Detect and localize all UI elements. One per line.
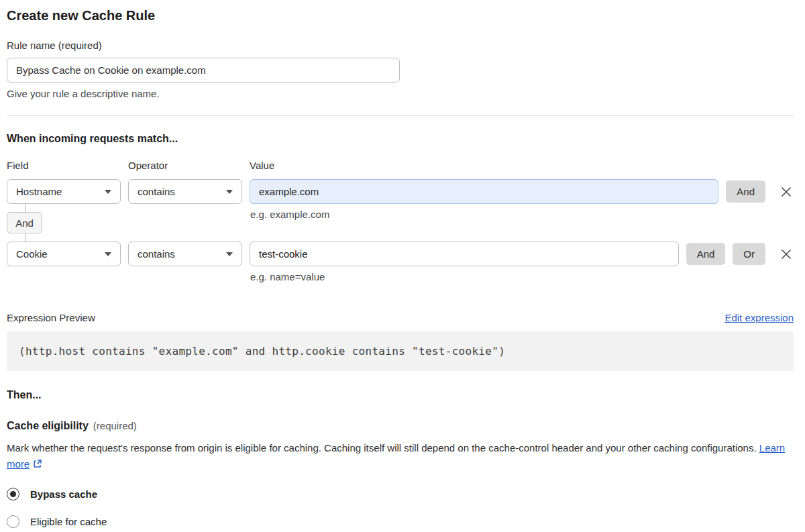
value-input-2[interactable] [250,242,679,266]
add-or-condition-button-2[interactable]: Or [733,243,765,265]
section-divider [7,115,794,116]
add-and-condition-button-1[interactable]: And [726,180,765,203]
cache-eligibility-heading-row: Cache eligibility (required) [7,419,794,432]
condition-row-2: Cookie contains And Or [7,242,794,266]
chevron-down-icon [226,190,233,194]
required-tag: (required) [93,420,137,431]
match-column-labels: Field Operator Value [7,160,794,171]
field-select-1-value: Hostname [16,186,62,197]
radio-option-bypass-cache[interactable]: Bypass cache [7,488,794,500]
field-select-2[interactable]: Cookie [7,242,121,266]
edit-expression-link[interactable]: Edit expression [724,312,794,323]
bypass-cache-label: Bypass cache [30,488,97,500]
then-heading: Then... [7,388,794,401]
close-icon [780,186,792,198]
expression-preview-label: Expression Preview [7,312,95,323]
operator-select-2[interactable]: contains [128,242,242,266]
operator-column-label: Operator [128,160,250,171]
chevron-down-icon [105,252,111,256]
expression-header: Expression Preview Edit expression [7,312,794,323]
cache-eligibility-heading: Cache eligibility [7,419,89,432]
connector-row: And e.g. example.com [7,204,794,242]
value-hint-1: e.g. example.com [250,209,329,220]
cache-eligibility-description: Mark whether the request's response from… [7,440,794,472]
rule-name-help: Give your rule a descriptive name. [7,88,794,99]
chevron-down-icon [226,252,233,256]
operator-select-2-value: contains [138,248,175,260]
page-title: Create new Cache Rule [7,8,794,23]
radio-dot [10,491,16,497]
field-select-1[interactable]: Hostname [7,179,121,204]
eligible-for-cache-label: Eligible for cache [30,516,107,527]
expression-code: (http.host contains "example.com" and ht… [19,345,505,358]
hint-spacer [7,266,250,282]
rule-name-input[interactable] [7,58,400,83]
remove-condition-button-1[interactable] [779,184,794,199]
condition-row-1: Hostname contains And [7,179,794,204]
connector-column: And [7,204,250,242]
match-heading: When incoming requests match... [7,132,794,145]
value-hint-2: e.g. name=value [250,271,325,282]
value-input-1[interactable] [250,179,718,204]
chevron-down-icon [105,190,111,194]
operator-select-1[interactable]: contains [128,179,242,204]
radio-selected-icon[interactable] [7,488,19,500]
add-and-condition-button-2[interactable]: And [686,243,726,265]
field-column-label: Field [7,160,128,171]
expression-preview-block: (http.host contains "example.com" and ht… [7,331,794,371]
value-column-label: Value [250,160,274,171]
rule-name-label: Rule name (required) [7,40,794,51]
remove-condition-button-2[interactable] [779,247,794,262]
operator-select-1-value: contains [138,186,175,197]
radio-unselected-icon[interactable] [7,515,19,528]
field-select-2-value: Cookie [16,248,48,260]
description-text: Mark whether the request's response from… [7,442,757,454]
external-link-icon [32,459,42,469]
radio-option-eligible-for-cache[interactable]: Eligible for cache [7,515,794,528]
hint-row-2: e.g. name=value [7,266,794,282]
close-icon [780,248,792,260]
create-cache-rule-page: Create new Cache Rule Rule name (require… [0,0,805,528]
and-connector-chip: And [7,212,42,233]
